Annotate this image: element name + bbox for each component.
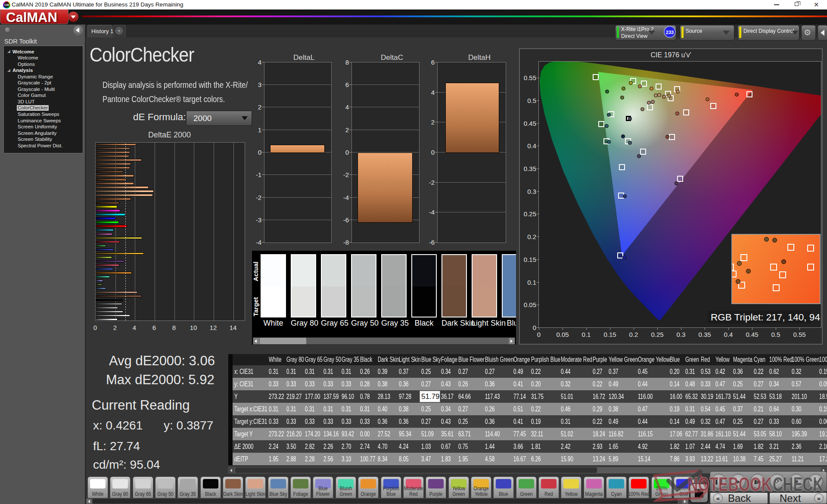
svg-text:NOTEBOOK: NOTEBOOK bbox=[687, 473, 772, 495]
svg-text:CHECK: CHECK bbox=[773, 473, 823, 495]
